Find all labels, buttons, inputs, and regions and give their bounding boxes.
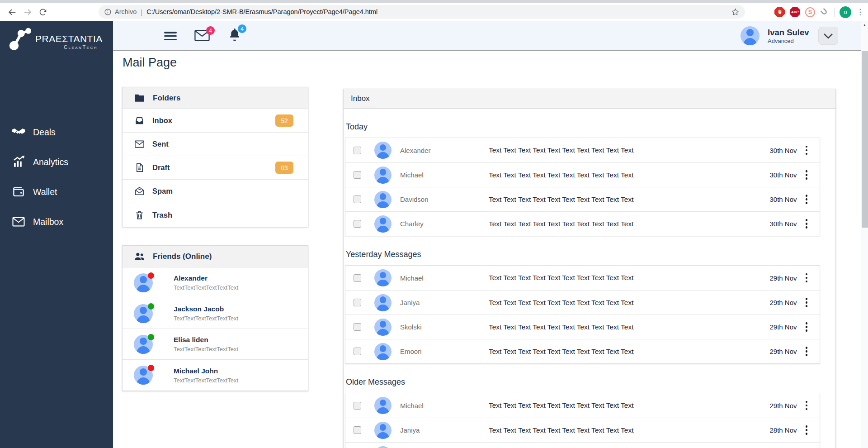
message-checkbox[interactable] xyxy=(354,299,361,306)
folder-row-sent[interactable]: Sent xyxy=(123,133,308,156)
folder-icon xyxy=(134,92,145,104)
user-dropdown-button[interactable] xyxy=(818,27,838,45)
kebab-menu-icon[interactable] xyxy=(806,322,808,332)
avatar-icon xyxy=(374,269,392,286)
kebab-menu-icon[interactable] xyxy=(806,170,808,180)
message-checkbox[interactable] xyxy=(354,274,361,282)
message-preview: Text Text Text Text Text Text Text Text … xyxy=(489,323,769,331)
wallet-icon xyxy=(12,185,25,199)
browser-profile-avatar[interactable]: o xyxy=(840,6,851,18)
folder-count-badge: 52 xyxy=(275,114,293,127)
message-checkbox[interactable] xyxy=(354,426,361,434)
hamburger-menu-icon[interactable] xyxy=(164,32,177,40)
sidebar-item-mailbox[interactable]: Mailbox xyxy=(0,207,113,237)
kebab-menu-icon[interactable] xyxy=(806,425,808,435)
message-date: 29th Nov xyxy=(769,348,797,355)
message-sender: Janiya xyxy=(400,299,489,306)
message-checkbox[interactable] xyxy=(354,323,361,331)
folder-row-inbox[interactable]: Inbox52 xyxy=(123,109,308,133)
message-row[interactable]: SkolskiText Text Text Text Text Text Tex… xyxy=(345,315,820,339)
message-checkbox[interactable] xyxy=(354,220,361,228)
message-row[interactable]: JaniyaText Text Text Text Text Text Text… xyxy=(345,418,820,442)
message-sender: Charley xyxy=(400,220,489,228)
message-preview: Text Text Text Text Text Text Text Text … xyxy=(489,274,769,282)
scrollbar-up-arrow-icon[interactable]: ▲ xyxy=(861,21,868,29)
browser-menu-icon[interactable]: ⋮ xyxy=(856,7,863,17)
friend-info: Elisa lidenTextTextTextTextTextText xyxy=(174,336,238,353)
message-checkbox[interactable] xyxy=(354,195,361,203)
sidebar-item-analytics[interactable]: Analytics xyxy=(0,147,113,177)
message-row[interactable]: AlexanderText Text Text Text Text Text T… xyxy=(345,138,820,162)
message-row[interactable]: JaniyaText Text Text Text Text Text Text… xyxy=(345,290,820,315)
magnet-extension-icon[interactable] xyxy=(820,8,829,17)
friend-text: TextTextTextTextTextText xyxy=(174,315,238,322)
mailbox-icon xyxy=(12,215,25,229)
topbar-mail-icon[interactable]: 4 xyxy=(194,29,210,43)
kebab-menu-icon[interactable] xyxy=(806,401,808,410)
inbox-section-title: Yesterday Messages xyxy=(346,250,820,259)
message-date: 30th Nov xyxy=(769,147,797,154)
kebab-menu-icon[interactable] xyxy=(806,195,808,204)
message-preview: Text Text Text Text Text Text Text Text … xyxy=(489,171,769,179)
sidebar: PRAEΣTANTIA CleanTech DealsAnalyticsWall… xyxy=(0,21,113,448)
folder-row-trash[interactable]: Trash xyxy=(123,203,308,227)
kebab-menu-icon[interactable] xyxy=(806,146,808,155)
message-checkbox[interactable] xyxy=(354,402,361,410)
message-checkbox[interactable] xyxy=(354,147,361,154)
friends-list: AlexanderTextTextTextTextTextTextJackson… xyxy=(123,267,308,391)
kebab-menu-icon[interactable] xyxy=(806,219,808,229)
message-row[interactable]: MichaelText Text Text Text Text Text Tex… xyxy=(345,393,820,418)
folder-row-draft[interactable]: Draft03 xyxy=(123,156,308,180)
friend-info: AlexanderTextTextTextTextTextText xyxy=(174,274,238,291)
friend-row[interactable]: Jackson JacobTextTextTextTextTextText xyxy=(123,298,308,329)
draft-icon xyxy=(134,162,145,173)
adblock-extension-icon[interactable] xyxy=(774,7,785,17)
kebab-menu-icon[interactable] xyxy=(806,273,808,283)
message-date: 29th Nov xyxy=(769,299,797,306)
reload-icon[interactable] xyxy=(35,5,51,20)
message-row[interactable]: CharleyText Text Text Text Text Text Tex… xyxy=(345,211,820,236)
message-row[interactable]: MichaelText Text Text Text Text Text Tex… xyxy=(345,266,820,290)
message-row[interactable] xyxy=(345,442,820,448)
friend-row[interactable]: Elisa lidenTextTextTextTextTextText xyxy=(123,329,308,360)
bookmark-star-icon[interactable] xyxy=(731,8,740,16)
message-checkbox[interactable] xyxy=(354,348,361,355)
folder-label: Trash xyxy=(152,211,172,219)
scrollbar-thumb[interactable] xyxy=(862,51,868,228)
inbox-panel: Inbox TodayAlexanderText Text Text Text … xyxy=(343,89,836,448)
message-row[interactable]: EmooriText Text Text Text Text Text Text… xyxy=(345,339,820,363)
page-scrollbar[interactable]: ▲ xyxy=(861,21,868,448)
friend-text: TextTextTextTextTextText xyxy=(174,346,238,353)
message-checkbox[interactable] xyxy=(354,171,361,179)
message-sender: Emoori xyxy=(400,348,489,355)
abp-extension-icon[interactable]: ABP xyxy=(790,7,800,17)
inbox-section-title: Today xyxy=(346,122,820,132)
message-row[interactable]: MichaelText Text Text Text Text Text Tex… xyxy=(345,162,820,187)
folder-count-badge: 03 xyxy=(275,162,293,174)
friend-row[interactable]: AlexanderTextTextTextTextTextText xyxy=(123,267,308,298)
kebab-menu-icon[interactable] xyxy=(806,298,808,307)
friend-row[interactable]: Michael JohnTextTextTextTextTextText xyxy=(123,360,308,391)
friends-header-label: Friends (Online) xyxy=(153,252,212,261)
sidebar-item-label: Deals xyxy=(33,127,56,138)
s-extension-icon[interactable]: S xyxy=(805,7,815,17)
topbar-bell-icon[interactable]: 4 xyxy=(228,28,241,44)
page-info-icon[interactable] xyxy=(104,8,112,16)
forward-icon[interactable] xyxy=(20,5,35,20)
back-icon[interactable] xyxy=(5,5,20,20)
friends-panel: Friends (Online) AlexanderTextTextTextTe… xyxy=(122,245,308,391)
folder-label: Inbox xyxy=(152,116,172,125)
user-box[interactable]: Ivan Sulev Advanced xyxy=(741,26,838,45)
friend-avatar xyxy=(134,335,153,354)
kebab-menu-icon[interactable] xyxy=(806,347,808,356)
folder-row-spam[interactable]: Spam xyxy=(123,180,308,203)
sidebar-item-deals[interactable]: Deals xyxy=(0,117,113,147)
message-preview: Text Text Text Text Text Text Text Text … xyxy=(489,146,769,154)
sidebar-item-wallet[interactable]: Wallet xyxy=(0,177,113,207)
url-bar[interactable]: Archivo | C:/Users/omar/Desktop/2-SMR-B/… xyxy=(99,5,745,19)
avatar-icon xyxy=(374,343,392,360)
message-preview: Text Text Text Text Text Text Text Text … xyxy=(489,401,769,410)
message-row[interactable]: DavidsonText Text Text Text Text Text Te… xyxy=(345,187,820,211)
sidebar-item-label: Analytics xyxy=(33,157,68,167)
folders-panel-header: Folders xyxy=(123,87,308,109)
